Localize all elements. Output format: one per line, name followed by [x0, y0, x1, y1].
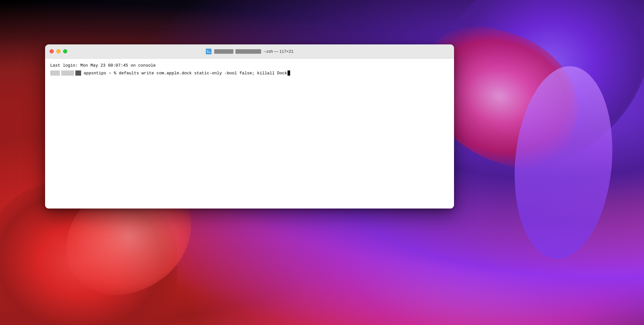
- title-bar-content: --zsh — 117×21: [206, 49, 294, 54]
- username-display: appsntips: [84, 71, 106, 76]
- svg-rect-0: [206, 49, 211, 54]
- prompt-percent: %: [114, 71, 116, 76]
- prompt-tilde: ~: [109, 71, 111, 76]
- terminal-title: --zsh — 117×21: [264, 49, 294, 54]
- last-login-text: Last login: Mon May 23 00:07:45 on conso…: [50, 62, 449, 69]
- terminal-window: --zsh — 117×21 Last login: Mon May 23 00…: [45, 44, 454, 209]
- traffic-lights: [50, 49, 67, 53]
- command-content: defaults write com.apple.dock static-onl…: [119, 71, 287, 76]
- terminal-cursor: [288, 70, 290, 76]
- prompt-redacted-1: [50, 70, 60, 76]
- terminal-title-bar: --zsh — 117×21: [45, 44, 454, 59]
- prompt-redacted-2: [61, 70, 74, 76]
- terminal-command: appsntips ~ % defaults write com.apple.d…: [81, 70, 287, 77]
- close-button[interactable]: [50, 49, 54, 53]
- title-redacted-username: [214, 49, 261, 54]
- terminal-body[interactable]: Last login: Mon May 23 00:07:45 on conso…: [45, 59, 454, 209]
- minimize-button[interactable]: [56, 49, 61, 53]
- terminal-prompt-line: appsntips ~ % defaults write com.apple.d…: [50, 70, 449, 77]
- prompt-redacted-host: [50, 70, 81, 76]
- maximize-button[interactable]: [63, 49, 67, 53]
- redacted-block-2: [235, 49, 261, 54]
- redacted-block-1: [214, 49, 233, 54]
- terminal-app-icon: [206, 49, 212, 54]
- prompt-redacted-3: [75, 70, 81, 76]
